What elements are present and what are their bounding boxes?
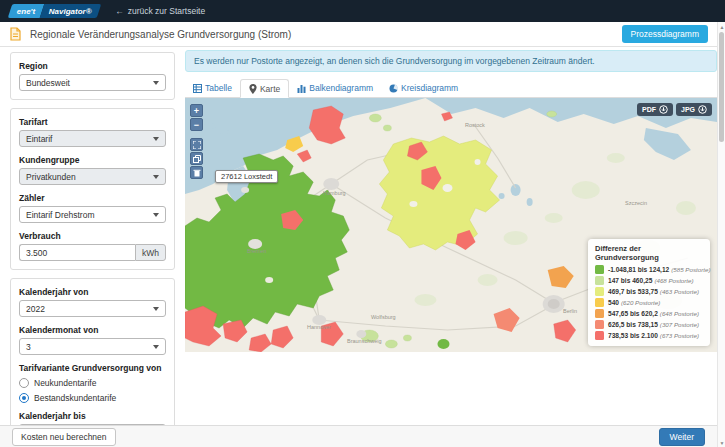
chevron-down-icon <box>153 345 159 349</box>
map-tooltip: 27612 Loxstedt <box>215 170 278 183</box>
chevron-down-icon <box>153 81 159 85</box>
main-panel: Es werden nur Postorte angezeigt, an den… <box>185 50 717 352</box>
prozessdiagramm-button[interactable]: Prozessdiagramm <box>622 25 709 43</box>
page-title: Regionale Veränderungsanalyse Grundverso… <box>30 29 622 40</box>
kundengruppe-label: Kundengruppe <box>19 155 166 165</box>
copy-view-button[interactable] <box>190 152 203 165</box>
scroll-down-arrow-icon[interactable]: ▼ <box>718 438 725 447</box>
fullscreen-icon <box>193 141 201 149</box>
map-canvas[interactable]: Rostock Hamburg Bremen Hannover Wolfsbur… <box>185 98 717 352</box>
bar-chart-icon <box>297 84 306 93</box>
trash-icon <box>193 169 201 177</box>
map-tool-controls <box>190 138 203 179</box>
export-jpg-button[interactable]: JPG <box>676 103 712 116</box>
tab-karte[interactable]: Karte <box>240 79 289 98</box>
footer-bar: Kosten neu berechnen Weiter <box>0 425 717 447</box>
verbrauch-input[interactable] <box>19 244 135 261</box>
legend-swatch <box>595 276 604 285</box>
copy-icon <box>193 155 201 163</box>
tariff-card: Tarifart Eintarif Kundengruppe Privatkun… <box>10 108 175 270</box>
info-alert: Es werden nur Postorte angezeigt, an den… <box>185 50 717 72</box>
bremen-city-area <box>248 239 262 249</box>
delete-selection-button[interactable] <box>190 166 203 179</box>
fullscreen-button[interactable] <box>190 138 203 151</box>
kundengruppe-value: Privatkunden <box>26 172 76 182</box>
map-marker-icon <box>249 84 257 94</box>
back-arrow-icon: ← <box>115 6 124 16</box>
kundengruppe-select: Privatkunden <box>19 168 166 185</box>
kalendermonat-von-select[interactable]: 3 <box>19 338 166 355</box>
legend-swatch <box>595 287 604 296</box>
kalenderjahr-von-value: 2022 <box>26 304 45 314</box>
tarifart-label: Tarifart <box>19 117 166 127</box>
map-legend: Differenz der Grundversorgung -1.048,81 … <box>588 239 710 346</box>
chevron-down-icon <box>153 307 159 311</box>
legend-swatch <box>595 331 604 340</box>
radio-checked-icon <box>19 393 29 403</box>
legend-item: 626,5 bis 738,15 (307 Postorte) <box>595 320 703 329</box>
zaehler-value: Eintarif Drehstrom <box>26 210 95 220</box>
pie-chart-icon <box>389 84 398 93</box>
verbrauch-field: Verbrauch kWh <box>19 231 166 261</box>
tab-balkendiagramm[interactable]: Balkendiagramm <box>289 79 381 97</box>
download-icon <box>698 105 707 114</box>
period-card: Kalenderjahr von 2022 Kalendermonat von … <box>10 278 175 447</box>
kosten-neu-berechnen-button[interactable]: Kosten neu berechnen <box>12 428 116 446</box>
bestandskundentarife-von-radio[interactable]: Bestandskundentarife <box>19 393 166 403</box>
tarifart-value: Eintarif <box>26 134 52 144</box>
zaehler-select[interactable]: Eintarif Drehstrom <box>19 206 166 223</box>
table-icon <box>193 84 202 93</box>
logo-secondary-text: Navigator® <box>49 7 92 16</box>
tarifvariante-von-field: Tarifvariante Grundversorgung von Neukun… <box>19 363 166 403</box>
back-to-start-link[interactable]: ← zurück zur Startseite <box>115 6 205 16</box>
region-select[interactable]: Bundesweit <box>19 74 166 91</box>
kalenderjahr-von-label: Kalenderjahr von <box>19 287 166 297</box>
legend-swatch <box>595 298 604 307</box>
logo-secondary-badge: Navigator® <box>40 4 101 18</box>
tarifart-select: Eintarif <box>19 130 166 147</box>
tarifvariante-von-label: Tarifvariante Grundversorgung von <box>19 363 166 373</box>
legend-item: 540 (620 Postorte) <box>595 298 703 307</box>
region-field: Region Bundesweit <box>19 61 166 91</box>
page-scrollbar[interactable]: ▲ ▼ <box>717 22 725 447</box>
neukundentarife-von-radio[interactable]: Neukundentarife <box>19 378 166 388</box>
app-logo[interactable]: ene't Navigator® <box>10 4 99 18</box>
download-icon <box>659 105 668 114</box>
back-link-label: zurück zur Startseite <box>128 6 205 16</box>
kalendermonat-von-label: Kalendermonat von <box>19 325 166 335</box>
export-pdf-button[interactable]: PDF <box>637 103 673 116</box>
legend-item: 547,65 bis 620,2 (648 Postorte) <box>595 309 703 318</box>
zoom-in-button[interactable]: + <box>190 104 203 117</box>
region-value: Bundesweit <box>26 78 70 88</box>
kalenderjahr-bis-label: Kalenderjahr bis <box>19 411 166 421</box>
filter-sidebar: Region Bundesweit Tarifart Eintarif Kund… <box>10 52 175 447</box>
document-icon <box>9 27 22 41</box>
radio-icon <box>19 378 29 388</box>
zaehler-label: Zähler <box>19 193 166 203</box>
verbrauch-unit: kWh <box>135 244 166 261</box>
kalenderjahr-von-select[interactable]: 2022 <box>19 300 166 317</box>
chevron-down-icon <box>153 137 159 141</box>
logo-primary-text: ene't <box>17 7 35 16</box>
tab-kreisdiagramm[interactable]: Kreisdiagramm <box>381 79 466 97</box>
chevron-down-icon <box>153 213 159 217</box>
legend-swatch <box>595 265 604 274</box>
chevron-down-icon <box>153 175 159 179</box>
legend-title: Differenz der Grundversorgung <box>595 244 703 262</box>
scroll-up-arrow-icon[interactable]: ▲ <box>718 22 725 31</box>
tarifart-field: Tarifart Eintarif <box>19 117 166 147</box>
kalendermonat-von-value: 3 <box>26 342 31 352</box>
top-navbar: ene't Navigator® ← zurück zur Startseite <box>0 0 725 22</box>
zoom-out-button[interactable]: − <box>190 118 203 131</box>
scrollbar-thumb[interactable] <box>719 32 724 142</box>
legend-swatch <box>595 309 604 318</box>
legend-item: 738,53 bis 2.100 (673 Postorte) <box>595 331 703 340</box>
kalenderjahr-von-field: Kalenderjahr von 2022 <box>19 287 166 317</box>
legend-swatch <box>595 320 604 329</box>
region-label: Region <box>19 61 166 71</box>
weiter-button[interactable]: Weiter <box>659 428 705 446</box>
tab-tabelle[interactable]: Tabelle <box>185 79 240 97</box>
kalendermonat-von-field: Kalendermonat von 3 <box>19 325 166 355</box>
page-header: Regionale Veränderungsanalyse Grundverso… <box>0 22 717 47</box>
legend-item: 147 bis 460,25 (468 Postorte) <box>595 276 703 285</box>
